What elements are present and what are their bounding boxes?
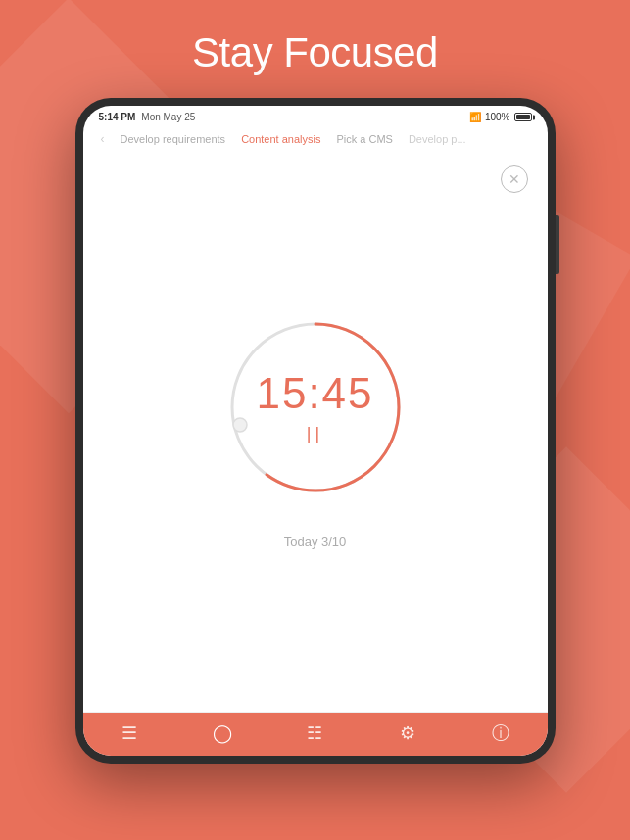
status-time: 5:14 PM	[99, 112, 136, 122]
tab-timer[interactable]: ◯	[203, 719, 242, 748]
timer-time: 15:45	[256, 369, 373, 418]
main-content: ✕ 15:45 || Today 3/10	[83, 156, 548, 712]
status-date: Mon May 25	[141, 112, 195, 122]
status-bar: 5:14 PM Mon May 25 📶 100%	[83, 106, 548, 126]
tab-develop-p[interactable]: Develop p...	[401, 131, 474, 147]
tab-back[interactable]: ‹	[93, 130, 113, 148]
timer-drag-dot[interactable]	[233, 418, 247, 432]
tab-list[interactable]: ☰	[110, 719, 149, 748]
battery-icon	[514, 113, 532, 121]
wifi-icon: 📶	[469, 112, 481, 122]
tab-stats[interactable]: ☷	[295, 719, 334, 748]
info-icon: ⓘ	[492, 722, 509, 745]
close-button[interactable]: ✕	[501, 165, 528, 193]
chart-icon: ☷	[307, 723, 322, 744]
list-icon: ☰	[121, 723, 137, 744]
clock-icon: ◯	[213, 723, 232, 744]
tab-settings[interactable]: ⚙	[388, 719, 427, 748]
tab-content-analysis[interactable]: Content analysis	[233, 131, 328, 147]
status-right: 📶 100%	[469, 112, 532, 122]
gear-icon: ⚙	[400, 723, 415, 744]
battery-percent: 100%	[485, 112, 510, 122]
today-count: Today 3/10	[284, 535, 347, 549]
task-tabs: ‹ Develop requirements Content analysis …	[83, 126, 548, 156]
device-screen: 5:14 PM Mon May 25 📶 100% ‹ Develop requ…	[83, 106, 548, 756]
page-title: Stay Focused	[192, 29, 438, 76]
timer-display: 15:45 ||	[256, 369, 373, 444]
bottom-tab-bar: ☰ ◯ ☷ ⚙ ⓘ	[83, 712, 548, 756]
timer-pause-icon[interactable]: ||	[307, 424, 323, 444]
device-frame: 5:14 PM Mon May 25 📶 100% ‹ Develop requ…	[75, 98, 556, 764]
close-icon: ✕	[509, 171, 520, 187]
tab-develop-requirements[interactable]: Develop requirements	[113, 131, 234, 147]
tab-info[interactable]: ⓘ	[481, 719, 520, 748]
tab-pick-cms[interactable]: Pick a CMS	[328, 131, 400, 147]
timer-container: 15:45 ||	[218, 309, 413, 505]
